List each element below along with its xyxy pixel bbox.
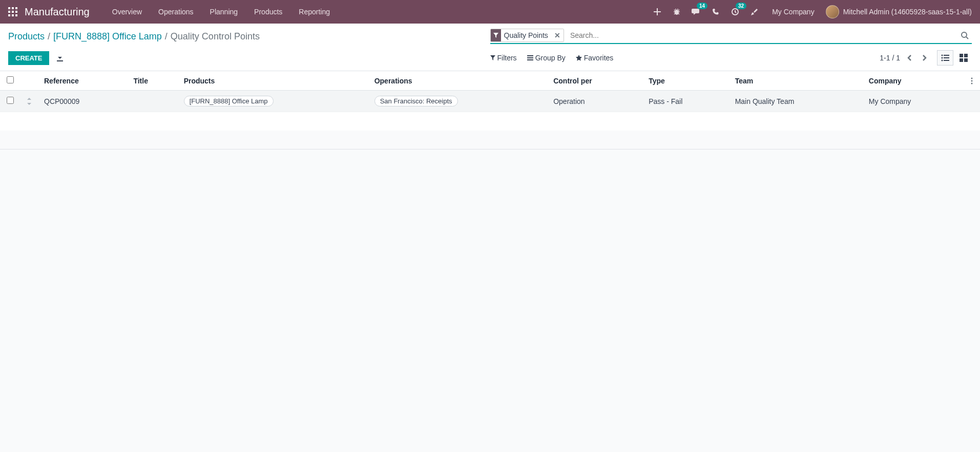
svg-line-17 (678, 13, 679, 14)
col-control-per[interactable]: Control per (547, 71, 642, 91)
svg-rect-7 (12, 14, 14, 16)
select-all-cell (0, 71, 20, 91)
svg-point-38 (971, 82, 973, 84)
menu-planning[interactable]: Planning (202, 0, 246, 24)
pager-prev[interactable] (905, 52, 914, 63)
svg-rect-24 (527, 57, 533, 58)
svg-line-22 (966, 37, 968, 39)
svg-point-30 (941, 60, 943, 61)
svg-rect-6 (8, 14, 10, 16)
pager-next[interactable] (920, 52, 929, 63)
list-view: Reference Title Products Operations Cont… (0, 71, 980, 131)
search-icon[interactable] (957, 31, 972, 39)
cell-reference: QCP00009 (38, 91, 127, 112)
search-facet: Quality Points ✕ (490, 29, 564, 42)
svg-rect-1 (12, 7, 14, 9)
plus-icon[interactable] (651, 6, 663, 18)
search-input[interactable] (567, 29, 957, 41)
menu-reporting[interactable]: Reporting (290, 0, 338, 24)
list-view-button[interactable] (937, 50, 953, 66)
col-type[interactable]: Type (642, 71, 729, 91)
cell-products: [FURN_8888] Office Lamp (178, 91, 368, 112)
svg-point-37 (971, 80, 973, 81)
groupby-button[interactable]: Group By (527, 54, 566, 62)
apps-icon[interactable] (8, 7, 17, 16)
svg-point-36 (971, 77, 973, 79)
select-all-checkbox[interactable] (7, 76, 14, 83)
table-header-row: Reference Title Products Operations Cont… (0, 71, 980, 91)
filters-button[interactable]: Filters (490, 54, 517, 62)
cell-control-per: Operation (547, 91, 642, 112)
col-team[interactable]: Team (729, 71, 863, 91)
facet-remove[interactable]: ✕ (551, 31, 564, 39)
search-options: Filters Group By Favorites (490, 54, 614, 62)
user-menu[interactable]: Mitchell Admin (14605928-saas-15-1-all) (826, 5, 972, 18)
username: Mitchell Admin (14605928-saas-15-1-all) (843, 8, 972, 16)
menu-products[interactable]: Products (246, 0, 290, 24)
col-title[interactable]: Title (127, 71, 177, 91)
svg-rect-31 (944, 60, 949, 61)
messaging-badge: 14 (697, 3, 707, 9)
menu-operations[interactable]: Operations (150, 0, 201, 24)
row-select-cell (0, 91, 20, 112)
tools-icon[interactable] (748, 6, 761, 18)
row-checkbox[interactable] (7, 97, 14, 104)
cell-title (127, 91, 177, 112)
cell-team: Main Quality Team (729, 91, 863, 112)
svg-point-18 (675, 9, 676, 10)
svg-rect-2 (15, 7, 17, 9)
product-tag[interactable]: [FURN_8888] Office Lamp (184, 96, 274, 106)
breadcrumb-sep: / (48, 31, 50, 42)
messaging-icon[interactable]: 14 (690, 6, 702, 18)
handle-header (20, 71, 38, 91)
phone-icon[interactable] (710, 6, 722, 18)
svg-rect-0 (8, 7, 10, 9)
company-selector[interactable]: My Company (768, 8, 818, 16)
svg-rect-35 (964, 58, 968, 62)
svg-rect-25 (527, 59, 533, 60)
svg-point-28 (941, 57, 943, 59)
svg-rect-33 (964, 54, 968, 57)
search-area: Quality Points ✕ (490, 29, 972, 44)
groupby-label: Group By (535, 54, 566, 62)
breadcrumb-products[interactable]: Products (8, 31, 45, 42)
filters-label: Filters (497, 54, 517, 62)
cell-company: My Company (863, 91, 965, 112)
svg-rect-8 (15, 14, 17, 16)
col-operations[interactable]: Operations (368, 71, 548, 91)
app-brand[interactable]: Manufacturing (25, 6, 90, 18)
svg-rect-3 (8, 11, 10, 13)
operation-tag[interactable]: San Francisco: Receipts (374, 96, 458, 106)
col-reference[interactable]: Reference (38, 71, 127, 91)
col-products[interactable]: Products (178, 71, 368, 91)
favorites-button[interactable]: Favorites (576, 54, 614, 62)
create-button[interactable]: CREATE (8, 51, 49, 65)
main-navbar: Manufacturing Overview Operations Planni… (0, 0, 980, 24)
breadcrumb-product[interactable]: [FURN_8888] Office Lamp (53, 31, 162, 42)
cell-operations: San Francisco: Receipts (368, 91, 548, 112)
svg-rect-32 (960, 54, 963, 57)
svg-point-21 (962, 32, 967, 37)
svg-rect-27 (944, 55, 949, 56)
menu-overview[interactable]: Overview (104, 0, 150, 24)
view-switcher (937, 50, 972, 66)
navbar-right: 14 32 My Company Mitchell Admin (1460592… (651, 5, 972, 18)
download-icon[interactable] (56, 54, 64, 61)
svg-line-14 (674, 10, 675, 11)
svg-rect-5 (15, 11, 17, 13)
svg-rect-4 (12, 11, 14, 13)
kanban-view-button[interactable] (955, 50, 972, 66)
row-handle[interactable] (20, 91, 38, 112)
filter-icon (491, 29, 501, 41)
pager-range[interactable]: 1-1 / 1 (880, 54, 900, 62)
bug-icon[interactable] (671, 6, 683, 18)
table-footer-row (0, 112, 980, 131)
pager: 1-1 / 1 (880, 52, 929, 63)
svg-line-15 (678, 10, 679, 11)
svg-point-26 (941, 55, 943, 56)
activities-icon[interactable]: 32 (729, 6, 741, 18)
col-options[interactable] (965, 71, 980, 91)
table-row[interactable]: QCP00009 [FURN_8888] Office Lamp San Fra… (0, 91, 980, 112)
col-company[interactable]: Company (863, 71, 965, 91)
svg-rect-29 (944, 57, 949, 58)
